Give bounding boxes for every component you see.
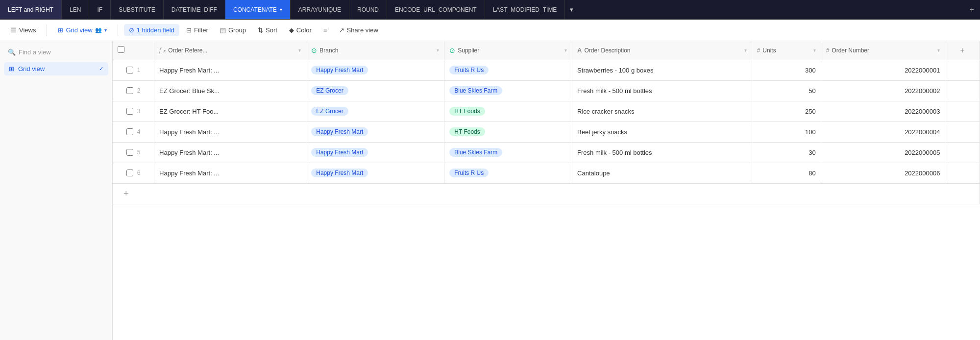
th-order-ref[interactable]: fx Order Refere... ▾ [154, 41, 306, 60]
row-checkbox[interactable] [126, 67, 133, 73]
supplier-cell[interactable]: Blue Skies Farm [444, 142, 572, 163]
units-cell[interactable]: 250 [752, 101, 821, 121]
th-order-desc[interactable]: A Order Description ▾ [572, 41, 752, 60]
views-button[interactable]: ☰ Views [6, 24, 41, 36]
branch-tag: EZ Grocer [311, 86, 348, 95]
supplier-cell[interactable]: Fruits R Us [444, 163, 572, 183]
row-checkbox-cell: 6 [113, 163, 154, 183]
branch-col-icon: ⊙ [311, 47, 317, 54]
main-layout: 🔍 Find a view ⊞ Grid view ✓ [0, 41, 980, 340]
branch-cell[interactable]: EZ Grocer [306, 101, 444, 121]
th-checkbox[interactable] [113, 41, 154, 60]
th-add-col[interactable]: + [945, 41, 980, 60]
supplier-tag: HT Foods [449, 107, 485, 116]
tab-left-right[interactable]: LEFT and RIGHT [0, 0, 62, 19]
tab-substitute[interactable]: SUBSTITUTE [111, 0, 164, 19]
more-tabs-button[interactable]: ▾ [565, 0, 578, 19]
units-cell[interactable]: 80 [752, 163, 821, 183]
branch-tag: Happy Fresh Mart [311, 127, 368, 136]
tab-last-modified[interactable]: LAST_MODIFIED_TIME [485, 0, 565, 19]
order-number-cell[interactable]: 2022000002 [821, 80, 945, 101]
row-checkbox[interactable] [126, 149, 133, 156]
tab-encode-url[interactable]: ENCODE_URL_COMPONENT [387, 0, 485, 19]
share-view-button[interactable]: ↗ Share view [334, 24, 383, 36]
supplier-tag: Blue Skies Farm [449, 86, 502, 95]
filter-button[interactable]: ⊟ Filter [181, 24, 213, 36]
num2-col-icon: # [826, 47, 830, 54]
order-number-cell[interactable]: 2022000003 [821, 101, 945, 121]
th-units[interactable]: # Units ▾ [752, 41, 821, 60]
order-ref-cell[interactable]: EZ Grocer: HT Foo... [154, 101, 306, 121]
row-number: 3 [137, 108, 141, 115]
row-height-button[interactable]: ≡ [318, 24, 332, 36]
search-icon: 🔍 [8, 49, 16, 56]
menu-icon: ☰ [11, 26, 17, 34]
tab-concatenate[interactable]: CONCATENATE ▾ [225, 0, 291, 19]
row-checkbox-cell: 4 [113, 121, 154, 142]
row-add-cell [945, 60, 980, 80]
tab-datetime-diff[interactable]: DATETIME_DIFF [164, 0, 225, 19]
supplier-cell[interactable]: HT Foods [444, 101, 572, 121]
order-ref-cell[interactable]: Happy Fresh Mart: ... [154, 121, 306, 142]
row-checkbox-cell: 1 [113, 60, 154, 80]
branch-cell[interactable]: Happy Fresh Mart [306, 121, 444, 142]
filter-icon: ⊟ [186, 26, 192, 34]
order-ref-cell[interactable]: EZ Grocer: Blue Sk... [154, 80, 306, 101]
tab-if[interactable]: IF [89, 0, 111, 19]
supplier-cell[interactable]: Blue Skies Farm [444, 80, 572, 101]
sort-col-icon: ▾ [744, 48, 747, 53]
table-row: 1Happy Fresh Mart: ...Happy Fresh MartFr… [113, 60, 980, 80]
supplier-cell[interactable]: Fruits R Us [444, 60, 572, 80]
add-row[interactable]: + [113, 183, 980, 204]
order-desc-cell[interactable]: Cantaloupe [572, 163, 752, 183]
order-desc-cell[interactable]: Fresh milk - 500 ml bottles [572, 80, 752, 101]
order-number-cell[interactable]: 2022000005 [821, 142, 945, 163]
branch-tag: Happy Fresh Mart [311, 148, 368, 157]
order-number-cell[interactable]: 2022000001 [821, 60, 945, 80]
branch-cell[interactable]: Happy Fresh Mart [306, 142, 444, 163]
select-all-checkbox[interactable] [118, 46, 124, 53]
th-branch[interactable]: ⊙ Branch ▾ [306, 41, 444, 60]
units-cell[interactable]: 50 [752, 80, 821, 101]
sidebar-item-grid-view[interactable]: ⊞ Grid view ✓ [4, 62, 108, 75]
units-cell[interactable]: 100 [752, 121, 821, 142]
order-desc-cell[interactable]: Rice cracker snacks [572, 101, 752, 121]
order-number-cell[interactable]: 2022000004 [821, 121, 945, 142]
order-desc-cell[interactable]: Fresh milk - 500 ml bottles [572, 142, 752, 163]
supplier-cell[interactable]: HT Foods [444, 121, 572, 142]
th-order-num[interactable]: # Order Number ▾ [821, 41, 945, 60]
order-desc-cell[interactable]: Beef jerky snacks [572, 121, 752, 142]
order-number-cell[interactable]: 2022000006 [821, 163, 945, 183]
branch-cell[interactable]: Happy Fresh Mart [306, 60, 444, 80]
add-tab-button[interactable]: + [964, 0, 980, 19]
color-button[interactable]: ◆ Color [284, 24, 317, 36]
th-supplier[interactable]: ⊙ Supplier ▾ [444, 41, 572, 60]
hidden-fields-button[interactable]: ⊘ 1 hidden field [124, 24, 179, 36]
tab-len[interactable]: LEN [62, 0, 89, 19]
row-checkbox[interactable] [126, 170, 133, 176]
sort-icon: ⇅ [258, 26, 263, 34]
row-height-icon: ≡ [323, 26, 327, 34]
order-desc-cell[interactable]: Strawberries - 100 g boxes [572, 60, 752, 80]
tab-round[interactable]: ROUND [349, 0, 387, 19]
units-cell[interactable]: 300 [752, 60, 821, 80]
eye-off-icon: ⊘ [129, 26, 134, 34]
branch-cell[interactable]: EZ Grocer [306, 80, 444, 101]
order-ref-cell[interactable]: Happy Fresh Mart: ... [154, 60, 306, 80]
row-checkbox[interactable] [126, 87, 133, 94]
check-icon: ✓ [99, 66, 103, 72]
find-view-search[interactable]: 🔍 Find a view [4, 46, 108, 58]
sort-button[interactable]: ⇅ Sort [253, 24, 282, 36]
grid-view-button[interactable]: ⊞ Grid view 👥 ▾ [53, 24, 111, 36]
chevron-down-icon: ▾ [104, 27, 107, 33]
add-row-cell[interactable]: + [113, 183, 980, 204]
units-cell[interactable]: 30 [752, 142, 821, 163]
order-ref-cell[interactable]: Happy Fresh Mart: ... [154, 142, 306, 163]
row-checkbox[interactable] [126, 128, 133, 135]
grid-icon: ⊞ [58, 26, 63, 34]
order-ref-cell[interactable]: Happy Fresh Mart: ... [154, 163, 306, 183]
group-button[interactable]: ▤ Group [215, 24, 251, 36]
tab-arrayunique[interactable]: ARRAYUNIQUE [291, 0, 349, 19]
branch-cell[interactable]: Happy Fresh Mart [306, 163, 444, 183]
row-checkbox[interactable] [126, 108, 133, 115]
